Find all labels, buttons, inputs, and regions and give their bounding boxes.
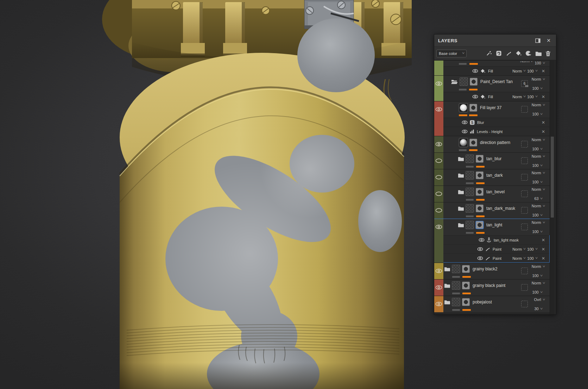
- blend-mode-select[interactable]: Norm˅: [532, 154, 545, 158]
- smart-material-icon[interactable]: [525, 50, 532, 57]
- blend-mode-select[interactable]: Norm˅: [532, 281, 545, 285]
- eye-hidden-icon[interactable]: [435, 208, 442, 213]
- eye-visible-icon[interactable]: [462, 120, 468, 124]
- transparent-thumbnail[interactable]: [466, 204, 474, 213]
- paint-bucket-icon[interactable]: [515, 50, 522, 57]
- blend-mode-select[interactable]: Norm˅: [512, 95, 525, 99]
- transparent-thumbnail[interactable]: [460, 77, 468, 86]
- eye-visible-icon[interactable]: [435, 142, 442, 146]
- remove-effect-icon[interactable]: ✕: [542, 238, 545, 242]
- layer-row-grainy-black2[interactable]: grainy black2Norm˅100˅: [443, 263, 550, 279]
- layer-row-partial[interactable]: Norm ˅100˅: [443, 61, 550, 66]
- blend-mode-select[interactable]: Norm˅: [532, 220, 545, 225]
- opacity-select[interactable]: 100˅: [527, 247, 537, 251]
- split-view-icon[interactable]: [535, 37, 541, 44]
- mask-thumbnail[interactable]: [476, 171, 483, 179]
- transparent-thumbnail[interactable]: [466, 155, 474, 163]
- transparent-thumbnail[interactable]: [466, 188, 474, 196]
- layer-row-pobejalost[interactable]: pobejalostOvrl˅30˅: [443, 296, 550, 312]
- add-folder-icon[interactable]: [535, 50, 542, 57]
- mask-thumbnail[interactable]: [462, 298, 470, 306]
- scrollbar-thumb[interactable]: [551, 137, 554, 218]
- effect-row-tan-light-mask[interactable]: tan_light mask✕: [443, 235, 550, 244]
- layer-row-grainy-black-paint[interactable]: grainy black paintNorm˅100˅: [443, 280, 550, 296]
- blend-mode-select[interactable]: Norm˅: [532, 187, 545, 192]
- layer-row-tan-blur[interactable]: tan_blurNorm˅100˅: [443, 153, 550, 169]
- blend-mode-select[interactable]: Norm˅: [532, 103, 545, 107]
- layer-row-tan-dark[interactable]: tan_darkNorm˅100˅: [443, 169, 550, 186]
- material-sphere-thumbnail[interactable]: [459, 138, 468, 147]
- opacity-select[interactable]: 100˅: [527, 69, 537, 73]
- opacity-select[interactable]: 100˅: [532, 290, 542, 294]
- blend-mode-select[interactable]: Norm˅: [532, 138, 545, 142]
- transparent-thumbnail[interactable]: [452, 265, 460, 273]
- mask-thumbnail[interactable]: [476, 205, 483, 212]
- mask-thumbnail[interactable]: [469, 139, 477, 146]
- opacity-select[interactable]: 100˅: [532, 147, 542, 151]
- effect-row-levels-height[interactable]: Levels - Height✕: [443, 127, 550, 136]
- effect-row-blur[interactable]: SBlur✕: [443, 118, 550, 127]
- eye-hidden-icon[interactable]: [435, 192, 442, 196]
- eye-visible-icon[interactable]: [435, 225, 442, 229]
- opacity-select[interactable]: 30˅: [534, 307, 542, 311]
- opacity-select[interactable]: 100˅: [527, 95, 537, 99]
- blend-mode-select[interactable]: Norm˅: [512, 247, 525, 251]
- fill-swap-icon[interactable]: [495, 50, 502, 57]
- blend-mode-select[interactable]: Norm˅: [532, 264, 545, 269]
- transparent-thumbnail[interactable]: [452, 298, 460, 306]
- blend-mode-select[interactable]: Ovrl˅: [534, 297, 545, 302]
- layer-row-direction-pattern[interactable]: direction patternNorm˅100˅: [443, 136, 550, 152]
- scrollbar-track[interactable]: [550, 60, 555, 314]
- opacity-select[interactable]: 100˅: [532, 274, 542, 278]
- remove-effect-icon[interactable]: ✕: [542, 130, 545, 134]
- effect-row-fill[interactable]: FillNorm˅100˅✕: [443, 66, 550, 75]
- eye-hidden-icon[interactable]: [435, 175, 442, 180]
- layer-row-fill-layer-37[interactable]: Fill layer 37Norm˅100˅: [443, 101, 550, 118]
- mask-thumbnail[interactable]: [476, 155, 483, 163]
- eye-visible-icon[interactable]: [435, 81, 442, 86]
- blend-mode-select[interactable]: Norm˅: [512, 256, 525, 261]
- trash-icon[interactable]: [544, 50, 552, 57]
- material-sphere-thumbnail[interactable]: [459, 103, 468, 112]
- blend-mode-select[interactable]: Norm˅: [532, 204, 545, 208]
- opacity-select[interactable]: 100˅: [532, 86, 542, 90]
- remove-effect-icon[interactable]: ✕: [542, 256, 545, 261]
- opacity-select[interactable]: 100˅: [532, 112, 542, 116]
- layer-row-tan-bevel[interactable]: tan_bevelNorm˅63˅: [443, 186, 550, 202]
- eye-visible-icon[interactable]: [472, 95, 478, 99]
- blend-mode-select[interactable]: Norm˅: [512, 69, 525, 73]
- eye-visible-icon[interactable]: [435, 285, 442, 290]
- mask-thumbnail[interactable]: [476, 221, 483, 229]
- remove-effect-icon[interactable]: ✕: [542, 69, 545, 73]
- opacity-select[interactable]: 100˅: [532, 163, 542, 168]
- layer-row-tan-light[interactable]: tan_lightNorm˅100˅: [443, 219, 550, 235]
- opacity-select[interactable]: 100˅: [532, 180, 542, 184]
- eye-visible-icon[interactable]: [472, 69, 478, 73]
- channel-selector[interactable]: Base color ˅: [436, 50, 467, 57]
- eye-hidden-icon[interactable]: [435, 158, 442, 163]
- opacity-select[interactable]: 100˅: [532, 230, 542, 234]
- mask-thumbnail[interactable]: [470, 78, 478, 86]
- remove-effect-icon[interactable]: ✕: [542, 247, 545, 251]
- opacity-select[interactable]: 100˅: [532, 213, 542, 217]
- eye-visible-icon[interactable]: [477, 247, 483, 251]
- eye-visible-icon[interactable]: [479, 238, 485, 242]
- paint-brush-icon[interactable]: [505, 50, 512, 57]
- effect-row-paint[interactable]: PaintNorm˅100˅✕: [443, 244, 550, 253]
- opacity-select[interactable]: 63˅: [534, 196, 542, 201]
- effect-row-fill[interactable]: FillNorm˅100˅✕: [443, 92, 550, 101]
- mask-thumbnail[interactable]: [462, 282, 470, 289]
- mask-thumbnail[interactable]: [476, 188, 483, 196]
- mask-thumbnail[interactable]: [469, 104, 477, 112]
- opacity-select[interactable]: 100˅: [527, 256, 537, 261]
- layer-row-paint-desert-tan[interactable]: Paint_Desert Tan6Norm˅100˅: [443, 76, 550, 92]
- magic-wand-icon[interactable]: [485, 50, 493, 57]
- eye-visible-icon[interactable]: [435, 107, 442, 112]
- eye-visible-icon[interactable]: [462, 130, 468, 133]
- remove-effect-icon[interactable]: ✕: [542, 95, 545, 99]
- layer-row-tan-dark-mask[interactable]: tan_dark_maskNorm˅100˅: [443, 202, 550, 219]
- transparent-thumbnail[interactable]: [452, 281, 460, 290]
- effect-row-paint[interactable]: PaintNorm˅100˅✕: [443, 253, 550, 263]
- eye-visible-icon[interactable]: [435, 269, 442, 273]
- blend-mode-select[interactable]: Norm˅: [532, 77, 545, 81]
